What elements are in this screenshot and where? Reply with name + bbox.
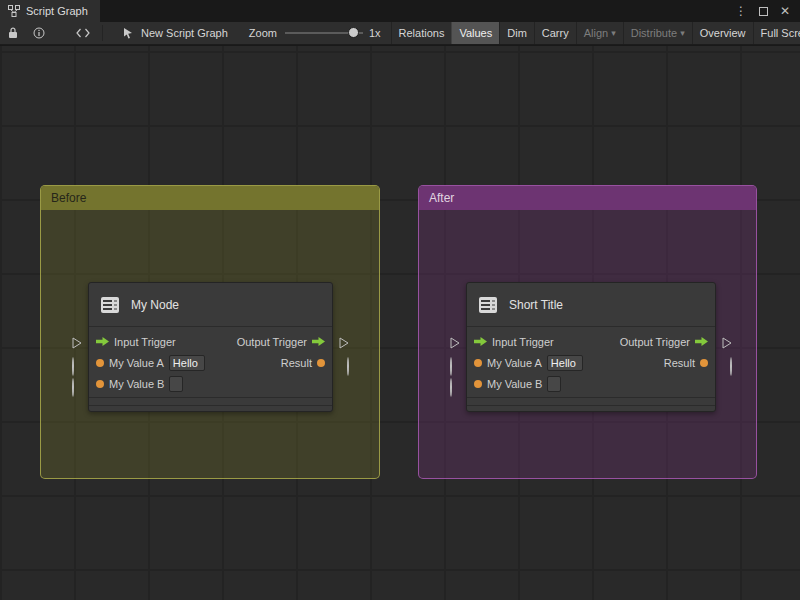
graph-toolbar: New Script Graph Zoom 1x Relations Value… (0, 22, 800, 45)
value-a-label: My Value A (487, 357, 542, 369)
align-label: Align (584, 27, 608, 39)
input-trigger-label: Input Trigger (114, 336, 176, 348)
value-port-icon (700, 359, 708, 367)
node-my-node[interactable]: My Node Input Trigger Output Trigger (88, 282, 333, 412)
tab-script-graph[interactable]: Script Graph (0, 0, 100, 22)
value-port-icon (317, 359, 325, 367)
value-port-icon (474, 359, 482, 367)
output-trigger-label: Output Trigger (237, 336, 307, 348)
trigger-arrow-icon (312, 337, 325, 346)
value-b-label: My Value B (487, 378, 542, 390)
dim-button[interactable]: Dim (499, 22, 534, 44)
toolbar-divider (102, 25, 103, 41)
value-a-row: My Value A Result (467, 352, 715, 373)
node-header[interactable]: Short Title (467, 283, 715, 327)
value-port-icon (474, 380, 482, 388)
tab-label: Script Graph (26, 5, 88, 17)
trigger-row: Input Trigger Output Trigger (89, 331, 332, 352)
node-my-node-wrap: My Node Input Trigger Output Trigger (72, 282, 349, 414)
input-trigger-port[interactable] (450, 335, 460, 353)
output-trigger-port[interactable] (722, 335, 732, 353)
window-controls: ⋮ ✕ (735, 0, 800, 22)
value-port-icon (96, 380, 104, 388)
value-a-label: My Value A (109, 357, 164, 369)
unit-icon (99, 294, 121, 316)
value-a-port[interactable] (72, 358, 74, 376)
value-port-icon (96, 359, 104, 367)
chevron-down-icon: ▾ (611, 28, 616, 38)
script-graph-window: Script Graph ⋮ ✕ (0, 0, 800, 600)
node-body: Input Trigger Output Trigger My Valu (89, 327, 332, 394)
distribute-label: Distribute (631, 27, 677, 39)
kebab-menu-icon[interactable]: ⋮ (735, 4, 747, 18)
maximize-icon[interactable] (759, 7, 768, 16)
node-body: Input Trigger Output Trigger My Valu (467, 327, 715, 394)
value-b-row: My Value B (89, 373, 332, 394)
trigger-arrow-icon (96, 337, 109, 346)
group-before-title: Before (51, 191, 86, 205)
output-trigger-port[interactable] (339, 335, 349, 353)
node-short-title-wrap: Short Title Input Trigger Output Trigger (450, 282, 732, 414)
zoom-value: 1x (369, 27, 381, 39)
chevron-down-icon: ▾ (680, 28, 685, 38)
node-header[interactable]: My Node (89, 283, 332, 327)
node-footer (89, 398, 332, 406)
node-title: My Node (131, 298, 179, 312)
node-short-title[interactable]: Short Title Input Trigger Output Trigger (466, 282, 716, 412)
input-trigger-label: Input Trigger (492, 336, 554, 348)
group-after-header[interactable]: After (419, 186, 756, 210)
result-label: Result (281, 357, 312, 369)
overview-button[interactable]: Overview (692, 22, 753, 44)
carry-button[interactable]: Carry (534, 22, 576, 44)
distribute-dropdown[interactable]: Distribute ▾ (623, 22, 692, 44)
trigger-arrow-icon (474, 337, 487, 346)
graph-canvas[interactable]: Before After (0, 46, 800, 600)
value-b-row: My Value B (467, 373, 715, 394)
lock-icon[interactable] (0, 22, 26, 44)
code-view-icon[interactable] (70, 22, 96, 44)
trigger-arrow-icon (695, 337, 708, 346)
zoom-slider[interactable] (285, 22, 363, 44)
group-after-title: After (429, 191, 454, 205)
close-icon[interactable]: ✕ (780, 4, 790, 18)
info-icon[interactable] (26, 22, 52, 44)
value-b-input[interactable] (169, 376, 183, 392)
result-port[interactable] (347, 358, 349, 376)
tab-bar: Script Graph ⋮ ✕ (0, 0, 800, 22)
input-trigger-port[interactable] (72, 335, 82, 353)
value-b-label: My Value B (109, 378, 164, 390)
pointer-icon (123, 22, 134, 44)
zoom-label: Zoom (249, 27, 277, 39)
new-script-graph-button[interactable]: New Script Graph (134, 22, 235, 44)
output-trigger-label: Output Trigger (620, 336, 690, 348)
value-a-input[interactable] (169, 355, 205, 371)
unit-icon (477, 294, 499, 316)
trigger-row: Input Trigger Output Trigger (467, 331, 715, 352)
value-b-port[interactable] (450, 379, 452, 397)
result-port[interactable] (730, 358, 732, 376)
node-footer (467, 398, 715, 406)
values-button[interactable]: Values (451, 22, 499, 44)
zoom-slider-handle[interactable] (348, 27, 359, 38)
value-a-port[interactable] (450, 358, 452, 376)
value-b-port[interactable] (72, 379, 74, 397)
node-title: Short Title (509, 298, 563, 312)
relations-button[interactable]: Relations (391, 22, 452, 44)
align-dropdown[interactable]: Align ▾ (576, 22, 623, 44)
result-label: Result (664, 357, 695, 369)
value-b-input[interactable] (547, 376, 561, 392)
value-a-input[interactable] (547, 355, 583, 371)
graph-icon (8, 5, 20, 17)
value-a-row: My Value A Result (89, 352, 332, 373)
fullscreen-button[interactable]: Full Screen (753, 22, 800, 44)
group-before-header[interactable]: Before (41, 186, 379, 210)
